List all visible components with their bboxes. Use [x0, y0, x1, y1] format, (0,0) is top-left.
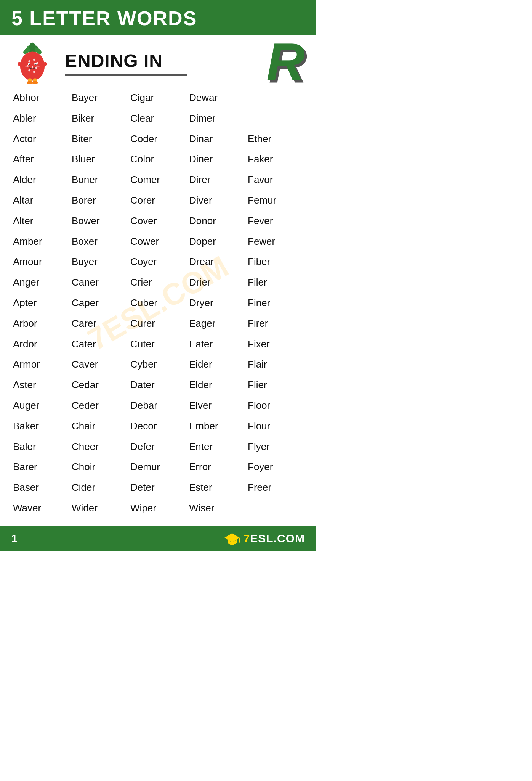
- word-cell: [246, 498, 305, 519]
- word-cell: Waver: [11, 498, 70, 519]
- word-cell: Curer: [129, 313, 187, 334]
- word-cell: Demur: [129, 457, 187, 477]
- word-cell: Corer: [129, 190, 187, 211]
- svg-point-14: [33, 71, 35, 73]
- word-cell: Armor: [11, 354, 70, 375]
- footer: 1 7ESL.COM: [0, 526, 316, 551]
- svg-point-7: [28, 60, 30, 63]
- word-cell: Cower: [129, 231, 187, 252]
- word-cell: Biter: [70, 129, 129, 149]
- word-cell: Cigar: [129, 88, 187, 108]
- word-cell: Baser: [11, 477, 70, 498]
- logo-hat-icon: [224, 531, 240, 546]
- word-cell: Flyer: [246, 437, 305, 457]
- word-cell: Amber: [11, 231, 70, 252]
- word-cell: Boner: [70, 170, 129, 190]
- word-cell: Dewar: [187, 88, 246, 108]
- svg-point-32: [239, 541, 239, 543]
- word-cell: Flair: [246, 354, 305, 375]
- word-cell: Baker: [11, 416, 70, 437]
- word-cell: Chair: [70, 416, 129, 437]
- word-cell: Wiper: [129, 498, 187, 519]
- word-cell: Freer: [246, 477, 305, 498]
- svg-point-11: [32, 66, 33, 68]
- word-cell: Carer: [70, 313, 129, 334]
- word-cell: Caper: [70, 293, 129, 313]
- subtitle: ENDING IN: [65, 50, 187, 76]
- word-cell: Cater: [70, 334, 129, 355]
- word-cell: Comer: [129, 170, 187, 190]
- word-cell: Ember: [187, 416, 246, 437]
- word-cell: Apter: [11, 293, 70, 313]
- word-cell: Arbor: [11, 313, 70, 334]
- word-cell: Enter: [187, 437, 246, 457]
- word-cell: Ardor: [11, 334, 70, 355]
- word-cell: Anger: [11, 272, 70, 293]
- word-cell: Direr: [187, 170, 246, 190]
- word-cell: Clear: [129, 108, 187, 129]
- word-cell: Color: [129, 149, 187, 170]
- word-cell: Caver: [70, 354, 129, 375]
- word-cell: Decor: [129, 416, 187, 437]
- word-cell: Alder: [11, 170, 70, 190]
- word-cell: Debar: [129, 395, 187, 416]
- word-cell: Femur: [246, 190, 305, 211]
- logo-text: 7ESL.COM: [244, 532, 305, 545]
- word-cell: Aster: [11, 375, 70, 395]
- word-cell: Dryer: [187, 293, 246, 313]
- word-cell: Donor: [187, 211, 246, 231]
- svg-point-28: [43, 62, 47, 66]
- word-cell: Flour: [246, 416, 305, 437]
- word-cell: Actor: [11, 129, 70, 149]
- word-cell: Fixer: [246, 334, 305, 355]
- word-cell: Drier: [187, 272, 246, 293]
- big-letter-r: R: [266, 35, 305, 88]
- word-cell: Filer: [246, 272, 305, 293]
- page-title: 5 LETTER WORDS: [11, 7, 305, 30]
- word-cell: Cuter: [129, 334, 187, 355]
- word-cell: Baler: [11, 437, 70, 457]
- word-cell: Finer: [246, 293, 305, 313]
- svg-point-27: [18, 62, 21, 66]
- word-cell: Coyer: [129, 252, 187, 272]
- word-cell: Error: [187, 457, 246, 477]
- word-cell: Firer: [246, 313, 305, 334]
- word-cell: Eager: [187, 313, 246, 334]
- word-cell: Elder: [187, 375, 246, 395]
- svg-point-17: [29, 64, 30, 65]
- word-cell: Bower: [70, 211, 129, 231]
- subheader: ENDING IN R: [0, 35, 316, 84]
- word-cell: Amour: [11, 252, 70, 272]
- word-cell: Wiser: [187, 498, 246, 519]
- word-cell: Defer: [129, 437, 187, 457]
- word-cell: [246, 88, 305, 108]
- footer-logo: 7ESL.COM: [224, 531, 305, 546]
- word-cell: Floor: [246, 395, 305, 416]
- words-section: 7ESL.COM AbhorBayerCigarDewarAblerBikerC…: [0, 84, 316, 522]
- word-cell: Cover: [129, 211, 187, 231]
- word-cell: Alter: [11, 211, 70, 231]
- word-cell: Bayer: [70, 88, 129, 108]
- svg-marker-29: [224, 533, 240, 542]
- svg-point-18: [35, 64, 37, 65]
- word-cell: Ceder: [70, 395, 129, 416]
- word-cell: Crier: [129, 272, 187, 293]
- header: 5 LETTER WORDS: [0, 0, 316, 35]
- word-cell: Abler: [11, 108, 70, 129]
- word-cell: Biker: [70, 108, 129, 129]
- word-cell: Cedar: [70, 375, 129, 395]
- word-cell: Eider: [187, 354, 246, 375]
- strawberry-icon: [11, 42, 53, 84]
- word-cell: Fiber: [246, 252, 305, 272]
- word-cell: Diver: [187, 190, 246, 211]
- word-cell: Abhor: [11, 88, 70, 108]
- word-cell: Fever: [246, 211, 305, 231]
- word-cell: Cheer: [70, 437, 129, 457]
- word-cell: Drear: [187, 252, 246, 272]
- svg-point-24: [32, 81, 38, 84]
- word-cell: Altar: [11, 190, 70, 211]
- word-cell: Faker: [246, 149, 305, 170]
- word-cell: Elver: [187, 395, 246, 416]
- svg-rect-5: [31, 45, 33, 50]
- word-cell: [246, 108, 305, 129]
